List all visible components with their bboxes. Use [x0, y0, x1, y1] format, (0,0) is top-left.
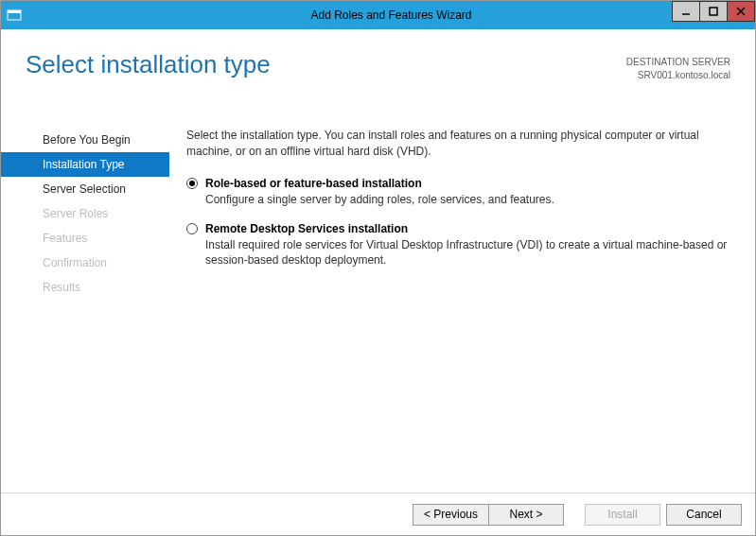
radio-icon[interactable] — [186, 178, 198, 189]
step-server-selection[interactable]: Server Selection — [1, 177, 169, 201]
destination-label: DESTINATION SERVER — [626, 56, 730, 69]
option-role-based[interactable]: Role-based or feature-based installation… — [186, 177, 736, 207]
step-results: Results — [1, 275, 169, 300]
intro-text: Select the installation type. You can in… — [186, 128, 736, 160]
option-desc: Configure a single server by adding role… — [205, 192, 736, 207]
step-server-roles: Server Roles — [1, 201, 169, 226]
main-area: Select installation type DESTINATION SER… — [1, 29, 755, 535]
previous-button[interactable]: < Previous — [413, 504, 488, 526]
option-desc: Install required role services for Virtu… — [205, 237, 736, 268]
install-button: Install — [585, 504, 660, 526]
wizard-window: Add Roles and Features Wizard Select ins… — [0, 0, 756, 536]
step-installation-type[interactable]: Installation Type — [1, 152, 169, 177]
next-button[interactable]: Next > — [488, 504, 564, 526]
app-icon — [7, 8, 22, 23]
pane: Select the installation type. You can in… — [169, 114, 755, 490]
maximize-button[interactable] — [699, 1, 728, 22]
svg-rect-1 — [8, 10, 21, 13]
option-title: Role-based or feature-based installation — [205, 177, 422, 190]
window-controls — [673, 1, 755, 22]
minimize-button[interactable] — [672, 1, 700, 22]
destination-value: SRV001.kontoso.local — [626, 69, 730, 82]
step-before-you-begin[interactable]: Before You Begin — [1, 128, 169, 152]
cancel-button[interactable]: Cancel — [666, 504, 742, 526]
titlebar: Add Roles and Features Wizard — [1, 1, 755, 29]
footer: < Previous Next > Install Cancel — [1, 493, 755, 535]
header: Select installation type DESTINATION SER… — [1, 29, 755, 81]
step-features: Features — [1, 226, 169, 251]
option-rds[interactable]: Remote Desktop Services installation Ins… — [186, 222, 736, 268]
option-title: Remote Desktop Services installation — [205, 222, 408, 235]
svg-rect-3 — [710, 8, 717, 15]
step-confirmation: Confirmation — [1, 251, 169, 275]
close-button[interactable] — [727, 1, 755, 22]
sidebar: Before You Begin Installation Type Serve… — [1, 114, 169, 490]
page-title: Select installation type — [26, 50, 271, 79]
radio-icon[interactable] — [186, 223, 198, 234]
content: Before You Begin Installation Type Serve… — [1, 114, 755, 490]
destination-info: DESTINATION SERVER SRV001.kontoso.local — [626, 50, 730, 81]
window-title: Add Roles and Features Wizard — [27, 9, 755, 22]
